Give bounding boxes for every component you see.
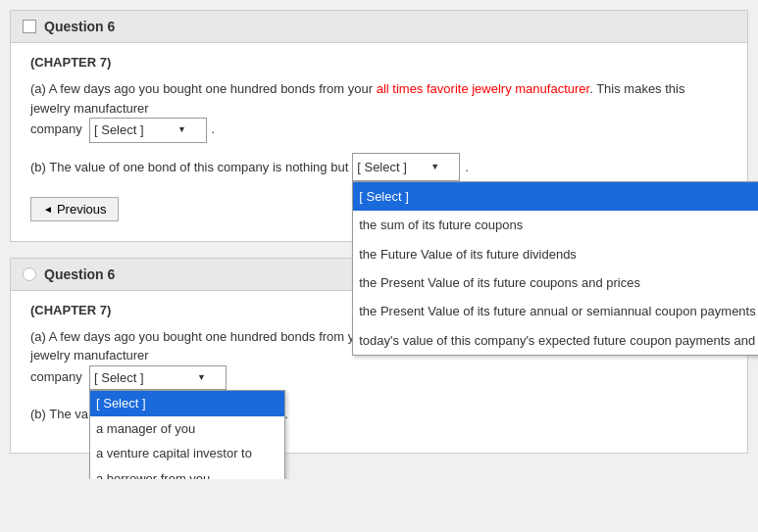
previous-button-1[interactable]: Previous	[30, 197, 119, 221]
company-select-1[interactable]: [ Select ]	[89, 118, 207, 143]
dropdown-option-3[interactable]: the Present Value of its future coupons …	[353, 268, 758, 297]
company-select-2[interactable]: [ Select ]	[89, 365, 227, 391]
company-label-1: company	[30, 121, 82, 136]
question-body-1: (CHAPTER 7) (a) A few days ago you bough…	[11, 43, 747, 241]
company-dropdown-open-2: [ Select ] a manager of you a venture ca…	[89, 390, 285, 478]
part-b-prefix-2: (b) The va	[30, 403, 88, 425]
company-option-1[interactable]: a manager of you	[90, 416, 284, 442]
part-b-prefix-1: (b) The value of one bond of this compan…	[30, 156, 348, 178]
company-label-2: company	[30, 369, 82, 384]
part-a-text-1: (a) A few days ago you bought one hundre…	[30, 79, 728, 143]
part-b-row-1: (b) The value of one bond of this compan…	[30, 153, 728, 181]
company-option-0[interactable]: [ Select ]	[90, 391, 284, 416]
part-a-highlight-1: all times favorite jewelry manufacturer	[377, 81, 589, 96]
dropdown-option-0[interactable]: [ Select ]	[353, 182, 758, 211]
dropdown-option-1[interactable]: the sum of its future coupons	[353, 211, 758, 239]
company-dropdown-container-1: [ Select ]	[89, 118, 207, 143]
question-title-1: Question 6	[44, 19, 115, 34]
company-option-2[interactable]: a venture capital investor to	[90, 441, 284, 466]
part-a-prefix-1: (a) A few days ago you bought one hundre…	[30, 81, 377, 96]
question-checkbox-1[interactable]	[23, 20, 36, 33]
part-b-select-1[interactable]: [ Select ]	[352, 153, 460, 181]
part-b-dropdown-container-1: [ Select ] [ Select ] the sum of its fut…	[352, 153, 460, 181]
dropdown-option-5[interactable]: today's value of this company's expected…	[353, 326, 758, 355]
question-checkbox-2[interactable]	[23, 267, 36, 281]
dropdown-option-2[interactable]: the Future Value of its future dividends	[353, 240, 758, 268]
chapter-title-1: (CHAPTER 7)	[30, 55, 728, 70]
question-title-2: Question 6	[44, 266, 115, 282]
question-header-1: Question 6	[11, 11, 747, 43]
company-option-3[interactable]: a borrower from you	[90, 466, 284, 479]
dropdown-option-4[interactable]: the Present Value of its future annual o…	[353, 297, 758, 325]
company-dropdown-container-2: [ Select ] [ Select ] a manager of you a…	[89, 365, 227, 391]
question-card-1: Question 6 (CHAPTER 7) (a) A few days ag…	[10, 10, 748, 242]
part-b-dropdown-open-1: [ Select ] the sum of its future coupons…	[352, 181, 758, 356]
part-a-prefix-2: (a) A few days ago you bought one hundre…	[30, 329, 377, 344]
